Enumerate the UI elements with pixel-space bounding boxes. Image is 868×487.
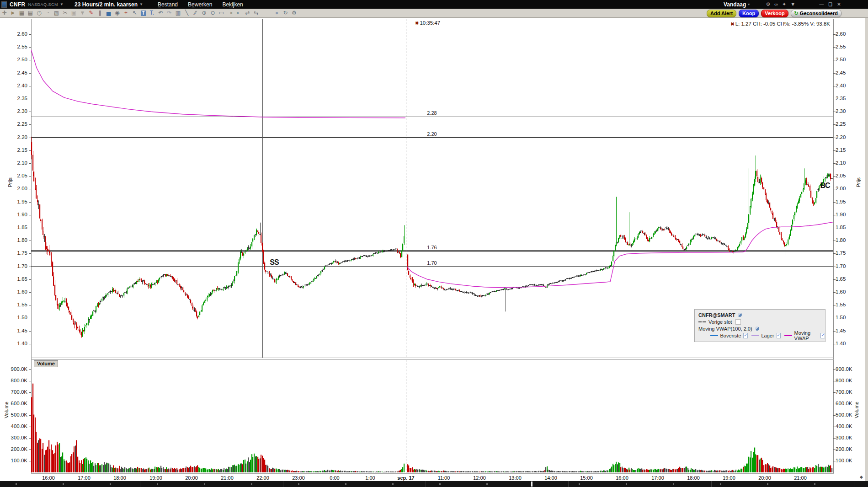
scrollbar-divider[interactable] bbox=[531, 482, 533, 487]
price-tick-right: 1.50 bbox=[836, 315, 854, 320]
price-tick-left: 1.45 bbox=[10, 328, 27, 333]
shift-right-icon[interactable]: ⇥ bbox=[226, 9, 234, 17]
volume-panel-bottom-line bbox=[31, 473, 834, 474]
app-icon bbox=[1, 1, 7, 8]
buy-button[interactable]: Koop bbox=[739, 10, 759, 17]
chart-settings-icon[interactable]: ▧ bbox=[52, 9, 61, 17]
consolidated-button[interactable]: ↻Geconsolideerd bbox=[791, 10, 841, 17]
price-tick-left: 1.60 bbox=[10, 289, 27, 294]
pin-icon[interactable]: ✦ bbox=[782, 1, 786, 7]
dollar-scale-icon[interactable]: ◉ bbox=[113, 9, 122, 17]
blank-square-icon[interactable]: ▣ bbox=[69, 9, 78, 17]
overlay-icon[interactable]: ▥ bbox=[174, 9, 182, 17]
clock-icon[interactable]: ◷ bbox=[35, 9, 43, 17]
menu-bekijken[interactable]: Bekijken bbox=[222, 1, 243, 8]
sell-button[interactable]: Verkoop bbox=[761, 10, 788, 17]
text-abc-icon[interactable]: T. bbox=[148, 9, 156, 17]
trendline-icon[interactable]: ╲ bbox=[182, 9, 191, 17]
timeframe-caret-icon[interactable]: ▼ bbox=[139, 2, 143, 6]
zoom-window-icon[interactable]: ▭ bbox=[217, 9, 226, 17]
chart-legend[interactable]: CNFR@SMART Vorige slot Moving VWAP(100, … bbox=[694, 309, 825, 342]
svg-text:2.20: 2.20 bbox=[427, 131, 437, 137]
dropdown-caret-icon[interactable]: ▼ bbox=[78, 9, 87, 17]
crosshair-icon[interactable]: + bbox=[122, 9, 130, 17]
chart-scrollbar[interactable] bbox=[0, 481, 868, 487]
link-icon[interactable]: ∞ bbox=[774, 1, 778, 7]
trade-marker-bc[interactable]: BC bbox=[820, 182, 830, 190]
gear-icon[interactable]: ⚙ bbox=[766, 1, 770, 7]
pointer-tool-icon[interactable]: ► bbox=[9, 9, 17, 17]
redo-icon[interactable]: ↷ bbox=[165, 9, 174, 17]
wrench-icon[interactable]: ⚙ bbox=[290, 9, 298, 17]
price-tick-left: 2.45 bbox=[10, 70, 27, 75]
price-tick-right: 1.80 bbox=[836, 237, 854, 243]
price-axis-title-right: Prijs bbox=[856, 177, 861, 187]
timeframe-selector[interactable]: 23 Hours/2 min. kaarsen bbox=[75, 1, 138, 8]
volume-tick-right: 900.0K bbox=[836, 366, 859, 372]
price-tick-right: 2.20 bbox=[836, 134, 854, 140]
volume-study-icon[interactable]: ▅ bbox=[104, 9, 113, 17]
price-tick-right: 1.85 bbox=[836, 225, 854, 230]
scissors-icon[interactable]: ✂ bbox=[61, 9, 69, 17]
prev-close-checkbox[interactable] bbox=[735, 319, 741, 325]
candle-style-icon[interactable]: ∥ bbox=[96, 9, 104, 17]
price-tick-right: 2.60 bbox=[836, 31, 854, 37]
symbol-label[interactable]: CNFR bbox=[10, 1, 26, 8]
upper-band-checkbox[interactable]: ✓ bbox=[743, 333, 748, 338]
snapshot-icon[interactable]: ◔ bbox=[43, 9, 52, 17]
close-icon[interactable]: ✕ bbox=[837, 2, 841, 7]
grid-icon[interactable]: ▦ bbox=[17, 9, 26, 17]
lower-band-checkbox[interactable]: ✓ bbox=[777, 333, 781, 338]
shift-left-icon[interactable]: ⇤ bbox=[234, 9, 243, 17]
volume-tick-left: 800.0K bbox=[4, 378, 27, 383]
time-tick-label: 0:00 bbox=[322, 475, 347, 481]
pan-tool-icon[interactable]: ✚ bbox=[0, 9, 9, 17]
dash-sample-icon bbox=[703, 321, 706, 322]
price-tick-right: 1.65 bbox=[836, 276, 854, 282]
upper-band-line-icon bbox=[710, 335, 718, 336]
minimize-icon[interactable]: — bbox=[819, 2, 824, 7]
right-axis-line bbox=[833, 19, 834, 473]
undo-icon[interactable]: ↶ bbox=[156, 9, 165, 17]
price-tick-right: 1.95 bbox=[836, 199, 854, 204]
session-caret-icon[interactable]: ▾ bbox=[748, 2, 750, 6]
price-tick-left: 1.55 bbox=[10, 302, 27, 307]
volume-tick-left: 100.0K bbox=[4, 458, 27, 463]
globe-icon[interactable] bbox=[738, 313, 742, 317]
print-icon[interactable]: ▤ bbox=[26, 9, 35, 17]
volume-chart-svg[interactable] bbox=[31, 360, 833, 473]
price-tick-left: 2.30 bbox=[10, 108, 27, 114]
price-tick-left: 2.25 bbox=[10, 121, 27, 127]
vwap-checkbox[interactable]: ✓ bbox=[820, 333, 825, 338]
zoom-in-icon[interactable]: ⊕ bbox=[200, 9, 208, 17]
volume-tick-right: 700.0K bbox=[836, 389, 859, 395]
price-chart-svg[interactable]: 2.282.201.761.70 bbox=[31, 19, 833, 358]
axis-end-diamond-icon[interactable]: ◆ bbox=[860, 475, 863, 479]
globe-data-icon[interactable]: ● bbox=[272, 9, 281, 17]
volume-panel-tag[interactable]: Volume bbox=[34, 360, 58, 367]
session-selector[interactable]: Vandaag bbox=[724, 1, 746, 8]
globe-icon[interactable] bbox=[755, 326, 759, 331]
add-alert-button[interactable]: Add Alert bbox=[707, 10, 736, 17]
symbol-caret-icon[interactable]: ▼ bbox=[60, 2, 64, 6]
maximize-icon[interactable]: ❑ bbox=[828, 2, 832, 7]
refresh-icon[interactable]: ↻ bbox=[281, 9, 290, 17]
menu-bewerken[interactable]: Bewerken bbox=[188, 1, 212, 8]
compress-bars-icon[interactable]: ⇆ bbox=[252, 9, 261, 17]
trade-marker-ss[interactable]: SS bbox=[270, 258, 278, 267]
dropdown-icon[interactable]: ▼ bbox=[790, 1, 795, 7]
price-tick-right: 2.10 bbox=[836, 160, 854, 166]
menu-bestand[interactable]: Bestand bbox=[158, 1, 178, 8]
time-tick-label: 13:00 bbox=[502, 475, 528, 481]
time-tick-label: 17:00 bbox=[645, 475, 671, 481]
time-tick-label: 18:00 bbox=[681, 475, 706, 481]
time-tick-label: 19:00 bbox=[143, 475, 169, 481]
draw-pencil-icon[interactable]: ✎ bbox=[87, 9, 96, 17]
zoom-out-icon[interactable]: ⊖ bbox=[208, 9, 217, 17]
arrow-tool-icon[interactable]: ↖ bbox=[130, 9, 139, 17]
titlebar-right: Vandaag ▾ ⚙∞✦▼ —❑✕ bbox=[724, 0, 841, 9]
volume-tick-left: 400.0K bbox=[4, 423, 27, 429]
fib-tool-icon[interactable]: ∕∕ bbox=[191, 9, 200, 17]
text-tool-icon[interactable]: T bbox=[139, 9, 148, 17]
expand-bars-icon[interactable]: ⇄ bbox=[243, 9, 252, 17]
